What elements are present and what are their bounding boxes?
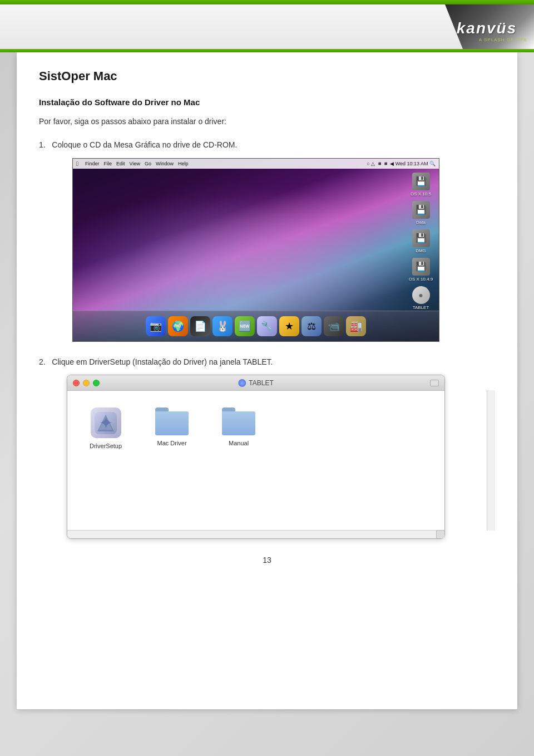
svg-marker-2 (99, 416, 112, 430)
section-heading: Instalação do Software do Driver no Mac (39, 97, 495, 107)
dock-icon-4: 🐰 (212, 316, 233, 336)
mac-menubar:  Finder File Edit View Go Window Help ○… (73, 159, 439, 169)
desktop-icons: 💾 OS X 10.5 💾 Data 💾 DMG (406, 173, 436, 310)
mac-dock: 📷 🌍 📄 🐰 🆕 🔧 ★ ⚖ 📹 🏭 (73, 311, 439, 341)
win-btn-minimize[interactable] (83, 380, 90, 386)
vertical-scrollbar (487, 390, 495, 531)
mac-menubar-right: ○ △ ◾◾ ◀ Wed 10:13 AM 🔍 (367, 161, 436, 166)
svg-marker-1 (97, 415, 114, 431)
menu-edit: Edit (116, 161, 125, 166)
manual-label: Manual (229, 440, 249, 446)
tablet-window-wrapper: TABLET (39, 375, 495, 539)
step-1: 1. Coloque o CD da Mesa Gráfica no drive… (39, 139, 495, 341)
dock-icon-2: 🌍 (168, 316, 188, 336)
tablet-title: TABLET (238, 379, 273, 387)
macdriver-folder-icon (155, 408, 189, 435)
second-bar (0, 49, 534, 52)
step-2: 2. Clique em DriverSetup (Instalação do … (39, 356, 495, 539)
osx1049-label: OS X 10.4.9 (409, 277, 433, 282)
dock-icon-8: ⚖ (301, 316, 322, 336)
step-1-text: 1. Coloque o CD da Mesa Gráfica no drive… (39, 139, 495, 151)
logo-text: kanvüs (457, 17, 523, 37)
logo-curl: kanvüs (445, 4, 534, 49)
driversetup-label: DriverSetup (90, 443, 122, 449)
file-item-manual[interactable]: Manual (222, 408, 255, 513)
dmg-icon: 💾 (412, 229, 430, 247)
dock-icon-9: 📹 (324, 316, 344, 336)
page-title: SistOper Mac (39, 69, 495, 84)
top-bar (0, 0, 534, 4)
scrollbar-corner (436, 530, 444, 538)
menu-go: Go (145, 161, 151, 166)
driversetup-icon (91, 408, 121, 438)
dock-icon-7: ★ (279, 316, 299, 336)
menu-window: Window (156, 161, 174, 166)
tablet-window: TABLET (67, 375, 445, 539)
dock-icon-6: 🔧 (257, 316, 277, 336)
desktop-icon-tablet: ● TABLET (406, 286, 436, 310)
data-icon: 💾 (412, 201, 430, 219)
apple-icon:  (76, 160, 78, 167)
file-item-driversetup[interactable]: DriverSetup (90, 408, 122, 513)
logo-subtitle: A SPLASH OF LIFE (479, 37, 527, 42)
tablet-content: DriverSetup Mac Driver (67, 391, 444, 530)
step-1-number: 1. (39, 140, 46, 149)
tablet-label: TABLET (413, 305, 429, 310)
page-number: 13 (39, 556, 495, 576)
main-content: SistOper Mac Instalação do Software do D… (17, 52, 517, 709)
osx105-label: OS X 10.5 (411, 192, 431, 197)
desktop-icon-data: 💾 Data (406, 201, 436, 225)
tablet-titlebar: TABLET (67, 375, 444, 391)
tablet-cd-icon: ● (412, 286, 430, 304)
step-2-number: 2. (39, 357, 46, 366)
dock-icon-3: 📄 (190, 316, 210, 336)
desktop-icon-dmg: 💾 DMG (406, 229, 436, 253)
osx105-icon: 💾 (412, 173, 430, 190)
menu-help: Help (178, 161, 189, 166)
file-item-macdriver[interactable]: Mac Driver (155, 408, 189, 513)
step-1-label: Coloque o CD da Mesa Gráfica no drive de… (52, 140, 237, 149)
intro-text: Por favor, siga os passos abaixo para in… (39, 115, 495, 127)
mac-screenshot:  Finder File Edit View Go Window Help ○… (72, 158, 439, 342)
dock-icon-1: 📷 (146, 316, 166, 336)
win-btn-close[interactable] (73, 380, 80, 386)
window-resize-btn[interactable] (430, 380, 439, 386)
step-2-label: Clique em DriverSetup (Instalação do Dri… (52, 357, 273, 366)
tablet-title-text: TABLET (249, 379, 273, 387)
menu-clock: ○ △ ◾◾ ◀ Wed 10:13 AM 🔍 (367, 161, 436, 166)
header: kanvüs A SPLASH OF LIFE (0, 4, 534, 49)
tablet-title-icon (238, 379, 246, 387)
step-2-text: 2. Clique em DriverSetup (Instalação do … (39, 356, 495, 368)
manual-folder-icon (222, 408, 255, 435)
desktop-icon-osx1049: 💾 OS X 10.4.9 (406, 258, 436, 282)
desktop-icon-osx105: 💾 OS X 10.5 (406, 173, 436, 197)
page-number-text: 13 (263, 556, 271, 564)
dock-icon-5: 🆕 (235, 316, 255, 336)
dock-icon-10: 🏭 (346, 316, 366, 336)
logo-area: kanvüs A SPLASH OF LIFE (445, 4, 534, 49)
data-label: Data (416, 220, 426, 225)
dmg-label: DMG (416, 248, 426, 253)
horizontal-scrollbar (67, 530, 444, 538)
macdriver-label: Mac Driver (157, 440, 186, 446)
window-buttons (73, 380, 100, 386)
menu-view: View (130, 161, 140, 166)
win-btn-maximize[interactable] (93, 380, 100, 386)
menu-finder: Finder (85, 161, 100, 166)
menu-file: File (104, 161, 112, 166)
osx1049-icon: 💾 (412, 258, 430, 276)
